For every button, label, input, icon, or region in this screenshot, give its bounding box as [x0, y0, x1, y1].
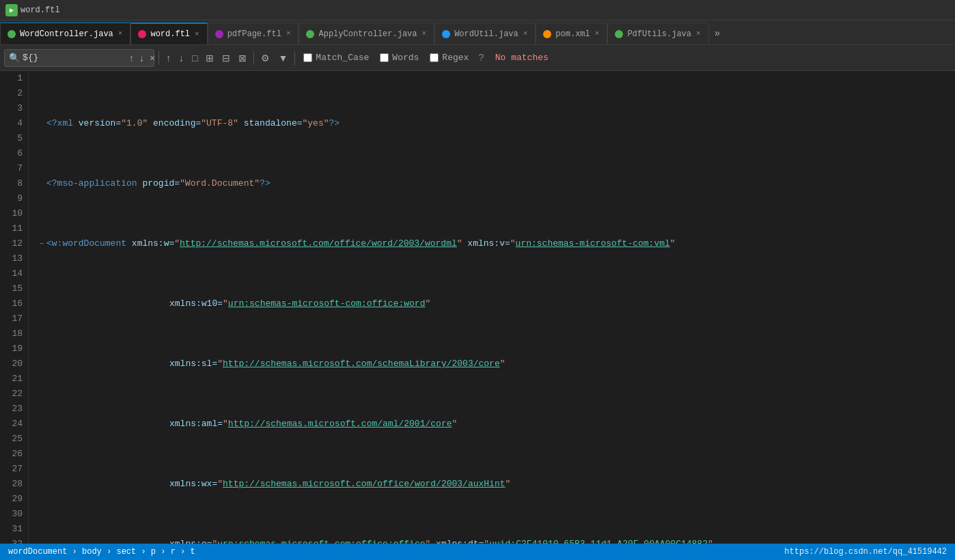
breadcrumb: wordDocument › body › sect › p › r › t — [8, 547, 195, 557]
code-token: ?> — [329, 116, 340, 131]
search-clear-btn[interactable]: × — [148, 52, 156, 64]
line-num: 5 — [5, 131, 23, 146]
search-input-wrap: 🔍 ↑ ↓ × — [4, 49, 154, 67]
status-url: https://blog.csdn.net/qq_41519442 — [784, 547, 947, 557]
toolbar-prev-btn[interactable]: ↑ — [163, 51, 174, 65]
code-token: <?mso-application — [46, 176, 142, 191]
tab-pom[interactable]: pom.xml × — [536, 23, 607, 44]
fold-btn[interactable] — [37, 116, 46, 131]
code-token: "yes" — [303, 116, 329, 131]
tab-close-wordutil[interactable]: × — [523, 30, 529, 38]
tab-icon — [442, 30, 450, 38]
code-token: "http://schemas.microsoft.com/aml/2001/c… — [223, 417, 457, 432]
fold-btn[interactable] — [37, 176, 46, 191]
code-line: <?xml version="1.0" encoding="UTF-8" sta… — [37, 116, 955, 131]
search-bar: 🔍 ↑ ↓ × ↑ ↓ □ ⊞ ⊟ ⊠ ⚙ ▼ Match_Case Words… — [0, 45, 955, 71]
line-num: 21 — [5, 372, 23, 387]
words-option[interactable]: Words — [376, 51, 423, 64]
line-num: 1 — [5, 71, 23, 86]
fold-btn[interactable] — [37, 477, 46, 492]
tab-label: WordController.java — [20, 29, 113, 39]
line-num: 30 — [5, 507, 23, 522]
tab-close-pdfpage[interactable]: × — [286, 30, 292, 38]
tab-label: PdfUtils.java — [627, 29, 691, 39]
line-num: 13 — [5, 251, 23, 266]
line-num: 6 — [5, 146, 23, 161]
toolbar-split3-btn[interactable]: ⊠ — [236, 51, 249, 65]
tab-close-word-ftl[interactable]: × — [194, 31, 200, 38]
code-token: "UTF-8" — [201, 116, 238, 131]
code-line: xmlns:o="urn:schemas-microsoft-com:offic… — [37, 537, 955, 544]
line-num: 23 — [5, 402, 23, 417]
code-token: "urn:schemas-microsoft-com:office:word" — [223, 296, 430, 311]
tab-pdfutils[interactable]: PdfUtils.java × — [607, 23, 708, 44]
line-num: 14 — [5, 266, 23, 281]
words-checkbox[interactable] — [380, 53, 389, 62]
regex-checkbox[interactable] — [430, 53, 439, 62]
toolbar-next-btn[interactable]: ↓ — [176, 51, 186, 65]
code-token: <?xml — [46, 116, 79, 131]
code-token: xmlns:w10= — [169, 296, 223, 311]
code-token: standalone= — [238, 116, 303, 131]
search-result: No matches — [495, 53, 549, 63]
toolbar-filter-btn[interactable]: ▼ — [275, 51, 290, 65]
fold-btn[interactable]: − — [37, 236, 46, 251]
search-next-btn[interactable]: ↓ — [138, 52, 146, 64]
help-icon[interactable]: ? — [478, 53, 484, 64]
tab-label: pdfPage.ftl — [227, 29, 281, 39]
code-editor[interactable]: <?xml version="1.0" encoding="UTF-8" sta… — [29, 71, 955, 544]
search-sep3 — [294, 51, 295, 65]
match-case-option[interactable]: Match_Case — [299, 51, 373, 64]
code-token: xmlns:dt= — [430, 537, 484, 544]
tab-word-ftl[interactable]: word.ftl × — [130, 23, 207, 44]
code-token: ?> — [260, 176, 271, 191]
tab-icon — [543, 30, 551, 38]
tab-more-btn[interactable]: » — [709, 23, 725, 44]
toolbar-settings-btn[interactable]: ⚙ — [258, 51, 273, 65]
code-line: xmlns:sl="http://schemas.microsoft.com/s… — [37, 356, 955, 372]
regex-label: Regex — [442, 53, 469, 63]
tab-applycontroller[interactable]: ApplyController.java × — [299, 23, 434, 44]
line-num: 3 — [5, 101, 23, 116]
tab-close-pdfutils[interactable]: × — [695, 30, 702, 38]
code-token: xmlns:w= — [132, 236, 174, 251]
tab-label: pom.xml — [555, 29, 590, 39]
tab-icon — [138, 30, 146, 38]
regex-option[interactable]: Regex — [426, 51, 473, 64]
tab-icon — [306, 30, 314, 38]
code-token: <w:wordDocument — [46, 236, 132, 251]
line-num: 22 — [5, 387, 23, 402]
code-token: "urn:schemas-microsoft-com:vml" — [510, 236, 676, 251]
toolbar-split2-btn[interactable]: ⊟ — [219, 51, 233, 65]
code-line: xmlns:w10="urn:schemas-microsoft-com:off… — [37, 296, 955, 311]
tab-close-applycontroller[interactable]: × — [421, 30, 428, 38]
tab-pdfpage[interactable]: pdfPage.ftl × — [208, 23, 299, 44]
code-token: "http://schemas.microsoft.com/office/wor… — [217, 477, 510, 492]
code-token: xmlns:aml= — [169, 417, 223, 432]
fold-btn[interactable] — [37, 296, 46, 311]
fold-btn[interactable] — [37, 356, 46, 372]
code-token: "uuid:C2F41010-65B3-11d1-A29F-00AA00C148… — [484, 537, 712, 544]
toolbar-square-btn[interactable]: □ — [189, 51, 200, 65]
tab-close-pom[interactable]: × — [594, 30, 600, 38]
toolbar-split-btn[interactable]: ⊞ — [203, 51, 217, 65]
line-num: 8 — [5, 176, 23, 191]
line-num: 4 — [5, 116, 23, 131]
tab-close-wordcontroller[interactable]: × — [117, 30, 124, 38]
search-separator — [158, 51, 159, 65]
fold-btn[interactable] — [37, 417, 46, 432]
code-line: xmlns:aml="http://schemas.microsoft.com/… — [37, 417, 955, 432]
line-num: 11 — [5, 221, 23, 236]
fold-btn[interactable] — [37, 537, 46, 544]
line-num: 18 — [5, 326, 23, 341]
tab-wordutil[interactable]: WordUtil.java × — [434, 23, 536, 44]
line-num: 28 — [5, 477, 23, 492]
search-input[interactable] — [23, 53, 125, 63]
line-num: 26 — [5, 447, 23, 462]
search-prev-btn[interactable]: ↑ — [128, 52, 135, 64]
match-case-checkbox[interactable] — [303, 53, 312, 62]
code-token: "1.0" — [121, 116, 148, 131]
top-bar: ▶ word.ftl — [0, 0, 955, 20]
tab-wordcontroller[interactable]: WordController.java × — [0, 23, 130, 44]
line-num: 9 — [5, 191, 23, 206]
